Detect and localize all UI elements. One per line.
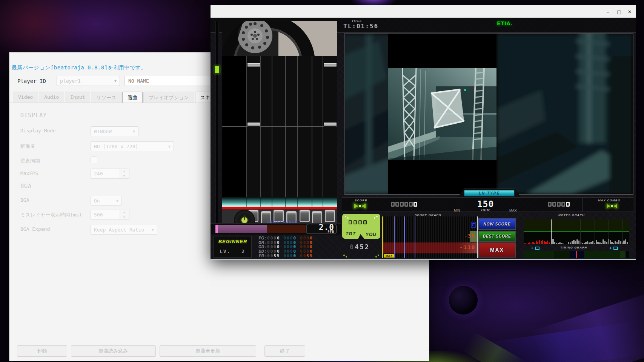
tab-リソース[interactable]: リソース: [91, 92, 121, 103]
misslayer-label: ミスレイヤー表示時間(ms): [20, 212, 82, 218]
ln-type-button[interactable]: LN TYPE: [464, 190, 515, 196]
tab-選曲[interactable]: 選曲: [122, 92, 143, 103]
player-id-value: player1: [60, 78, 81, 84]
display-mode-dropdown[interactable]: WINDOW ▼: [91, 126, 138, 136]
version-notice: 最新バージョン[beatoraja 0.8.8]を利用中です。: [12, 64, 146, 71]
timing-late-marker: +: [609, 245, 618, 251]
bpm-min-label: MIN: [454, 209, 460, 212]
wallpaper-red-glow: [0, 0, 83, 60]
vsync-checkbox[interactable]: [91, 156, 97, 163]
maxfps-label: MaxFPS: [20, 170, 38, 176]
display-mode-value: WINDOW: [94, 129, 112, 134]
bga-dropdown[interactable]: On ▼: [91, 196, 122, 206]
player-id-label: Player ID: [17, 78, 46, 84]
maxfps-spinner[interactable]: 240 ▲ ▼: [91, 169, 129, 179]
player-name-value: NO NAME: [128, 78, 149, 84]
ln-type-tab[interactable]: LN TYPE: [458, 189, 521, 198]
bpm-label: BPM: [475, 208, 496, 212]
judge-count-table: PG:000000000000GR:000000000000GD:0000000…: [257, 236, 340, 258]
maxfps-value: 240: [91, 169, 119, 179]
key-button-5[interactable]: [300, 210, 310, 222]
diff-from-max: -110: [460, 244, 475, 250]
bpm-value: 150: [470, 199, 501, 209]
dropdown-arrow-icon: ▼: [168, 144, 171, 149]
exit-button[interactable]: 終了: [264, 345, 305, 357]
minimize-icon[interactable]: –: [603, 8, 613, 15]
maximize-icon[interactable]: ▢: [614, 8, 624, 15]
lane-beam: [222, 197, 337, 207]
max-combo-digits: [548, 202, 570, 207]
note: [247, 123, 260, 126]
zero-box-icon: [535, 247, 539, 250]
launch-button[interactable]: 起動: [17, 345, 67, 357]
resolution-dropdown[interactable]: HD (1280 x 720) ▼: [91, 141, 174, 151]
key-button-6[interactable]: [312, 211, 322, 223]
timing-graph-label: TIMING GRAPH: [560, 246, 587, 249]
zero-box-icon: [613, 247, 618, 250]
misslayer-spinner[interactable]: 500 ▲ ▼: [91, 210, 129, 220]
bga-label: BGA: [20, 197, 29, 203]
desktop: 最新バージョン[beatoraja 0.8.8]を利用中です。 Player I…: [0, 0, 644, 362]
spinner-up-icon[interactable]: ▲: [119, 169, 129, 174]
timing-early-marker: +: [531, 245, 539, 251]
note: [324, 123, 337, 126]
digit-0: [548, 202, 552, 207]
display-section-title: DISPLAY: [20, 112, 47, 119]
best-score-box: BEST SCORE: [478, 231, 516, 242]
wallpaper-sphere: [449, 286, 478, 314]
score-graph-lane-line: [404, 216, 405, 258]
game-titlebar[interactable]: – ▢ ✕: [211, 5, 636, 18]
vsync-label: 垂直同期: [20, 158, 40, 164]
game-window: – ▢ ✕ TITLE TL:01:56 ETIA.: [211, 5, 636, 260]
key-button-7[interactable]: [325, 210, 335, 222]
note: [324, 63, 337, 67]
notes-graph-upper: [524, 219, 629, 231]
plus-icon: +: [531, 245, 533, 251]
judge-row-PR: PR:005500000055: [257, 253, 340, 258]
spinner-up-icon[interactable]: ▲: [119, 210, 129, 215]
bga-section-title: BGA: [20, 183, 32, 190]
player-id-dropdown[interactable]: player1 ▼: [57, 76, 120, 86]
target-panel: TGT YOU: [342, 214, 380, 239]
best-score-label: BEST SCORE: [483, 234, 511, 238]
wallpaper-violet-streak: [481, 321, 643, 362]
spinner-down-icon[interactable]: ▼: [119, 215, 129, 220]
you-label: YOU: [366, 232, 377, 237]
judge-row-GR: GR:000000000000: [257, 241, 340, 245]
update-all-songs-button[interactable]: 楽曲全更新: [160, 345, 256, 357]
timing-offset-line: [576, 251, 577, 258]
dropdown-arrow-icon: ▼: [133, 129, 135, 133]
digit-0: [552, 202, 556, 207]
wallpaper-violet-streak: [530, 290, 644, 362]
level-value: 2: [241, 248, 244, 254]
lane-cover-slider[interactable]: [214, 65, 220, 74]
stage-image: [222, 18, 337, 56]
tab-Video[interactable]: Video: [13, 92, 38, 103]
digit-0: [400, 202, 404, 207]
lane-cover-track: [215, 21, 219, 226]
diff-from-best: -35: [464, 233, 475, 239]
bga-expand-value: Keep Aspect Ratio: [94, 227, 144, 233]
resolution-label: 解像度: [20, 143, 35, 150]
turntable-mark: [244, 215, 245, 220]
score-digits: [391, 202, 417, 207]
notes-graph-green-line: [524, 231, 629, 232]
clear-lamp-icon: [606, 203, 618, 209]
digit-0: [409, 202, 413, 207]
close-icon[interactable]: ✕: [625, 8, 635, 15]
score-graph-progress-line: [477, 216, 478, 258]
note-lanes: [222, 56, 337, 197]
load-songs-button[interactable]: 楽曲読み込み: [71, 345, 156, 357]
judge-pr-total: 0055: [267, 253, 280, 258]
tab-Audio[interactable]: Audio: [39, 92, 64, 103]
score-label: SCORE: [355, 199, 367, 202]
now-score-box: NOW SCORE: [478, 218, 516, 230]
spinner-down-icon[interactable]: ▼: [119, 174, 129, 179]
target-diff-digits: [349, 220, 367, 224]
digit-0: [391, 202, 395, 207]
bga-expand-dropdown[interactable]: Keep Aspect Ratio ▼: [91, 225, 157, 235]
tab-プレイオプション[interactable]: プレイオプション: [143, 92, 194, 103]
tab-Input[interactable]: Input: [65, 92, 90, 103]
judge-pr-fast: 0000: [284, 253, 297, 258]
score-graph-max-label: MAX: [384, 254, 394, 258]
